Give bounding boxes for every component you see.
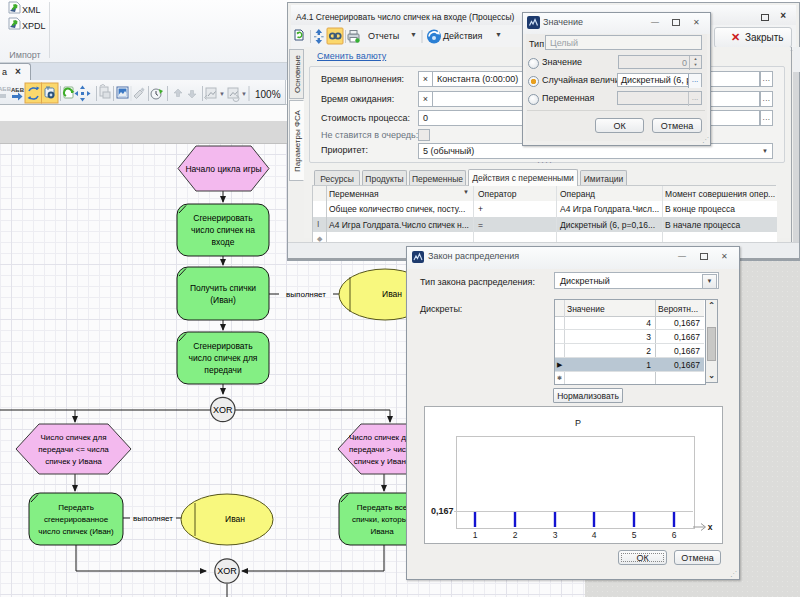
svg-text:передачи: передачи: [204, 365, 242, 375]
svg-text:Иван: Иван: [225, 514, 245, 524]
svg-text:входе: входе: [212, 237, 235, 247]
svg-text:Передать все: Передать все: [357, 503, 408, 512]
svg-text:передачи <= числа: передачи <= числа: [38, 445, 109, 454]
svg-text:число спичек (Иван): число спичек (Иван): [38, 527, 114, 536]
svg-text:XOR: XOR: [213, 405, 233, 415]
svg-text:Получить спички: Получить спички: [190, 283, 256, 293]
svg-text:6: 6: [672, 530, 677, 540]
svg-text:сгенерированное: сгенерированное: [44, 515, 109, 524]
svg-text:Иван: Иван: [382, 289, 402, 299]
svg-text:АБВ: АБВ: [0, 86, 12, 92]
svg-text:спичек у Ивана: спичек у Ивана: [354, 457, 411, 466]
svg-text:Число спичек для: Число спичек для: [40, 433, 106, 442]
svg-text:выполняет: выполняет: [286, 290, 326, 299]
svg-text:выполняет: выполняет: [133, 514, 173, 523]
svg-text:▼: ▼: [219, 91, 225, 97]
svg-text:Передать: Передать: [58, 503, 94, 512]
svg-text:XOR: XOR: [217, 566, 237, 576]
svg-text:Ивана: Ивана: [370, 527, 394, 536]
svg-text:x: x: [708, 522, 713, 532]
svg-text:Начало цикла игры: Начало цикла игры: [185, 164, 261, 174]
svg-text:Сгенерировать: Сгенерировать: [193, 213, 253, 223]
svg-text:число спичек для: число спичек для: [189, 353, 258, 363]
svg-text:5: 5: [632, 530, 637, 540]
svg-text:АБВ: АБВ: [11, 87, 25, 93]
svg-text:Сгенерировать: Сгенерировать: [193, 341, 253, 351]
svg-text:4: 4: [592, 530, 597, 540]
svg-text:2: 2: [513, 530, 518, 540]
svg-text:▼: ▼: [241, 91, 247, 97]
svg-text:(Иван): (Иван): [210, 295, 236, 305]
svg-text:3: 3: [553, 530, 558, 540]
svg-text:спички, которые: спички, которые: [352, 515, 412, 524]
svg-text:число спичек на: число спичек на: [191, 225, 255, 235]
svg-text:спичек у Ивана: спичек у Ивана: [45, 457, 102, 466]
svg-text:1: 1: [473, 530, 478, 540]
